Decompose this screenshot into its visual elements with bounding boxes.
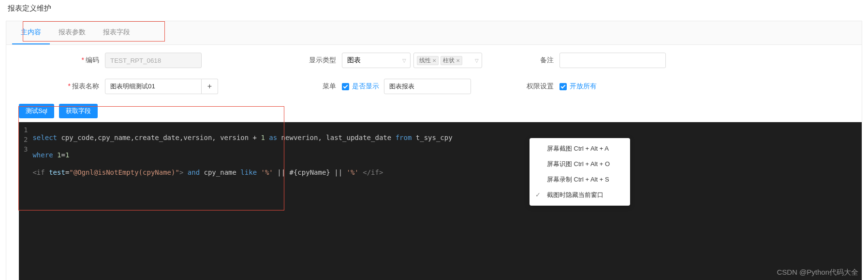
- line-gutter: 123: [19, 122, 32, 280]
- add-button[interactable]: +: [202, 79, 218, 94]
- label-report-name: *报表名称: [18, 82, 105, 91]
- menu-screenshot[interactable]: 屏幕截图 Ctrl + Alt + A: [530, 141, 630, 156]
- close-icon[interactable]: ✕: [432, 58, 436, 63]
- menu-input[interactable]: [384, 79, 471, 94]
- chevron-down-icon: ▽: [475, 58, 479, 63]
- chart-style-select[interactable]: 线性✕ 柱状✕ ▽: [413, 53, 482, 68]
- tag-linear[interactable]: 线性✕: [417, 56, 439, 65]
- show-checkbox[interactable]: [342, 83, 349, 90]
- check-icon: ✓: [535, 191, 541, 198]
- page-title: 报表定义维护: [0, 0, 868, 17]
- close-icon[interactable]: ✕: [456, 58, 460, 63]
- show-label: 是否显示: [352, 82, 379, 91]
- menu-ocr[interactable]: 屏幕识图 Ctrl + Alt + O: [530, 156, 630, 172]
- code-content[interactable]: select cpy_code,cpy_name,create_date,ver…: [32, 122, 862, 280]
- tab-main[interactable]: 主内容: [12, 21, 50, 44]
- open-all-label: 开放所有: [570, 82, 597, 91]
- display-type-select[interactable]: 图表 ▽: [342, 53, 411, 68]
- menu-hide-window[interactable]: ✓截图时隐藏当前窗口: [530, 187, 630, 203]
- tabs: 主内容 报表参数 报表字段: [6, 21, 862, 45]
- tab-fields[interactable]: 报表字段: [94, 21, 139, 44]
- report-name-input[interactable]: [105, 79, 202, 94]
- label-permission: 权限设置: [482, 82, 559, 91]
- plus-icon: +: [207, 82, 212, 91]
- label-menu: 菜单: [240, 82, 342, 91]
- get-fields-button[interactable]: 获取字段: [59, 104, 98, 118]
- tag-bar[interactable]: 柱状✕: [441, 56, 462, 65]
- open-all-checkbox[interactable]: [559, 83, 567, 90]
- code-input: [105, 53, 202, 68]
- sql-editor[interactable]: 123 select cpy_code,cpy_name,create_date…: [19, 122, 862, 280]
- form: *编码 显示类型 图表 ▽ 线性✕ 柱状✕ ▽ 备注 *报表名称 + 菜单 是否…: [6, 45, 862, 102]
- sql-toolbar: 测试Sql 获取字段: [6, 102, 862, 122]
- test-sql-button[interactable]: 测试Sql: [19, 104, 54, 118]
- chevron-down-icon: ▽: [402, 58, 406, 63]
- main-panel: 主内容 报表参数 报表字段 *编码 显示类型 图表 ▽ 线性✕ 柱状✕ ▽ 备注…: [6, 21, 862, 280]
- menu-record[interactable]: 屏幕录制 Ctrl + Alt + S: [530, 172, 630, 187]
- label-code: *编码: [18, 56, 105, 65]
- label-display-type: 显示类型: [240, 56, 342, 65]
- watermark: CSDN @Python代码大全: [777, 268, 858, 277]
- remark-input[interactable]: [559, 53, 666, 68]
- context-menu: 屏幕截图 Ctrl + Alt + A 屏幕识图 Ctrl + Alt + O …: [530, 138, 630, 206]
- tab-params[interactable]: 报表参数: [50, 21, 94, 44]
- label-remark: 备注: [482, 56, 559, 65]
